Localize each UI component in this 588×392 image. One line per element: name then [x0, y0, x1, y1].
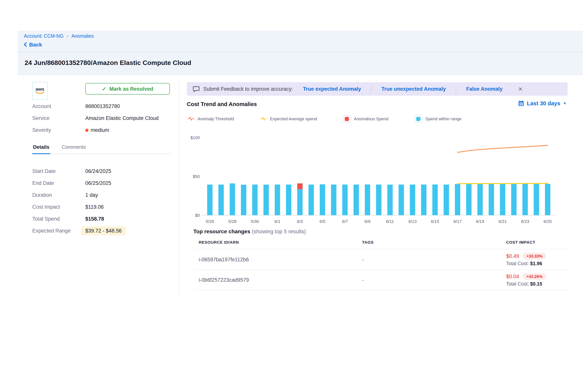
- spend-bar-6/23[interactable]: [522, 184, 528, 215]
- spend-bar-6/15[interactable]: [432, 184, 438, 215]
- col-cost-impact: COST IMPACT: [506, 240, 562, 244]
- spend-bar-6/11[interactable]: [388, 185, 393, 215]
- spend-bar-6/10[interactable]: [376, 184, 382, 215]
- breadcrumb-band: Account: CCM-NG › Anomalies Back: [18, 31, 582, 52]
- breadcrumb: Account: CCM-NG › Anomalies: [24, 33, 94, 39]
- account-label: Account: [32, 104, 85, 109]
- spend-bar-5/31[interactable]: [264, 185, 269, 215]
- spend-bar-6/17[interactable]: [455, 184, 460, 215]
- tab-details[interactable]: Details: [32, 144, 50, 154]
- spend-bar-5/28[interactable]: [230, 183, 235, 215]
- detail-tabs: Details Comments: [32, 144, 171, 154]
- resources-title-text: Top resource changes: [193, 228, 250, 234]
- cost-impact-label: Cost Impact: [32, 204, 85, 210]
- cost-impact-amount: $0.04: [506, 274, 519, 279]
- resource-cost-cell: $0.04 +42.26% Total Cost: $0.15: [506, 273, 562, 286]
- spend-bar-6/19[interactable]: [477, 184, 483, 215]
- service-label: Service: [32, 115, 85, 121]
- cost-impact-value: $119.06: [85, 204, 104, 210]
- x-axis-tick: 6/9: [364, 219, 370, 224]
- expected-range-label: Expected Range: [32, 228, 85, 235]
- legend-item: Anomalous Spend: [343, 115, 388, 122]
- col-resource-id: RESOURCE ID/ARN: [199, 240, 362, 244]
- spend-bar-5/26[interactable]: [207, 184, 212, 215]
- spend-bar-6/25[interactable]: [545, 184, 550, 215]
- spend-bar-6/21[interactable]: [500, 184, 505, 215]
- x-axis-tick: 6/13: [408, 219, 416, 224]
- calendar-icon: [518, 100, 524, 106]
- total-spend-value: $158.78: [85, 216, 104, 222]
- spend-bar-6/2[interactable]: [286, 184, 291, 215]
- anomaly-threshold-line: [458, 145, 548, 152]
- col-tags: TAGS: [362, 240, 506, 244]
- service-value: Amazon Elastic Compute Cloud: [85, 115, 158, 121]
- cost-impact-field: Cost Impact $119.06: [32, 204, 171, 210]
- spend-bar-6/22[interactable]: [511, 184, 516, 215]
- total-spend-field: Total Spend $158.78: [32, 216, 171, 222]
- aws-logo-text: aws: [36, 87, 44, 91]
- spend-bar-5/30[interactable]: [252, 184, 258, 215]
- resources-table-header: RESOURCE ID/ARN TAGS COST IMPACT: [193, 238, 568, 249]
- spend-bar-6/1[interactable]: [275, 184, 280, 215]
- account-field: Account 868001352780: [32, 104, 171, 109]
- spend-bar-6/5[interactable]: [320, 184, 325, 215]
- x-axis-tick: 6/17: [454, 219, 462, 224]
- feedback-false-anomaly[interactable]: False Anomaly: [456, 86, 513, 92]
- total-cost-line: Total Cost: $1.96: [506, 261, 562, 266]
- aws-provider-logo: aws: [32, 82, 48, 100]
- square-swatch-icon: [343, 115, 351, 122]
- resource-id-link[interactable]: i-06597ba197fe112b6: [199, 256, 362, 262]
- check-icon: ✓: [102, 86, 106, 92]
- speech-bubble-icon: [193, 86, 200, 92]
- close-icon[interactable]: ✕: [518, 86, 523, 92]
- spend-bar-6/7[interactable]: [342, 184, 348, 215]
- spend-bar-6/18[interactable]: [466, 184, 472, 215]
- start-date-label: Start Date: [32, 168, 85, 174]
- back-button[interactable]: Back: [24, 42, 42, 48]
- wave-icon: [188, 116, 194, 122]
- spend-bar-6/8[interactable]: [354, 184, 359, 215]
- resources-title: Top resource changes (showing top 5 resu…: [193, 228, 306, 234]
- resource-id-link[interactable]: i-0b6f257223cad9579: [199, 277, 362, 283]
- spend-bar-6/9[interactable]: [365, 184, 370, 215]
- legend-label: Anomaly Threshold: [198, 116, 234, 121]
- spend-bar-6/4[interactable]: [308, 184, 314, 215]
- breadcrumb-anomalies-link[interactable]: Anomalies: [72, 33, 94, 38]
- spend-bar-6/20[interactable]: [489, 184, 494, 215]
- spend-bar-6/6[interactable]: [331, 184, 336, 215]
- x-axis-tick: 6/11: [386, 219, 394, 224]
- severity-dot-icon: [85, 129, 88, 132]
- breadcrumb-chevron-icon: ›: [67, 33, 68, 39]
- mark-as-resolved-button[interactable]: ✓ Mark as Resolved: [85, 83, 170, 94]
- severity-label: Severity: [32, 127, 85, 133]
- spend-bar-6/13[interactable]: [410, 184, 415, 215]
- chart-title: Cost Trend and Anomalies: [187, 101, 257, 107]
- spend-bar-6/3[interactable]: [297, 189, 303, 215]
- x-axis-tick: 6/5: [320, 219, 326, 224]
- feedback-true-unexpected[interactable]: True unexpected Anomaly: [372, 86, 456, 92]
- feedback-true-expected[interactable]: True expected Anomaly: [293, 86, 371, 92]
- anomalous-bar-6/3[interactable]: [297, 183, 303, 189]
- duration-field: Duration 1 day: [32, 192, 171, 198]
- severity-field: Severity medium: [32, 127, 171, 133]
- expected-average-spend-line: [458, 183, 548, 184]
- expected-range-value: $39.72 - $48.56: [82, 226, 126, 235]
- spend-bar-5/27[interactable]: [218, 184, 224, 215]
- spend-bar-6/14[interactable]: [421, 184, 426, 215]
- date-range-picker[interactable]: Last 30 days ▼: [518, 100, 566, 106]
- feedback-prompt: Submit Feedback to improve accuracy:: [203, 86, 293, 92]
- duration-value: 1 day: [85, 192, 98, 198]
- spend-bar-6/12[interactable]: [398, 184, 404, 215]
- tab-comments[interactable]: Comments: [61, 144, 87, 154]
- legend-item: Expected Average spend: [260, 116, 317, 122]
- x-axis-tick: 6/25: [544, 219, 552, 224]
- y-axis-tick: $50: [193, 174, 200, 179]
- legend-item: Anomaly Threshold: [188, 116, 234, 122]
- chevron-left-icon: [24, 42, 27, 47]
- spend-bar-6/16[interactable]: [444, 184, 449, 215]
- breadcrumb-account-link[interactable]: Account: CCM-NG: [24, 33, 64, 38]
- spend-bar-5/29[interactable]: [241, 185, 246, 215]
- spend-bar-6/24[interactable]: [534, 184, 539, 215]
- resource-tags: -: [362, 277, 506, 283]
- resources-subtitle: (showing top 5 results): [252, 228, 306, 234]
